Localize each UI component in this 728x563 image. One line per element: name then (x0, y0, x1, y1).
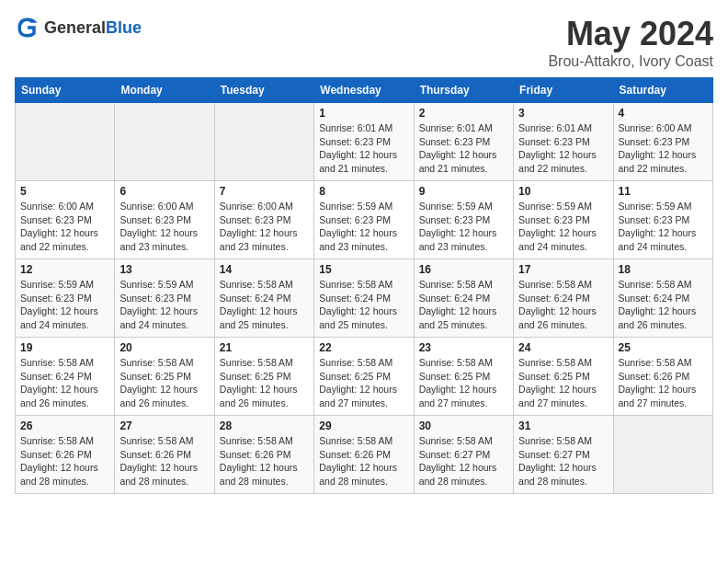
calendar-cell: 26Sunrise: 5:58 AM Sunset: 6:26 PM Dayli… (16, 416, 115, 494)
calendar-table: SundayMondayTuesdayWednesdayThursdayFrid… (15, 77, 713, 494)
day-info: Sunrise: 6:00 AM Sunset: 6:23 PM Dayligh… (220, 200, 309, 254)
day-info: Sunrise: 6:00 AM Sunset: 6:23 PM Dayligh… (619, 121, 708, 176)
calendar-cell: 16Sunrise: 5:58 AM Sunset: 6:24 PM Dayli… (414, 259, 513, 338)
calendar-cell: 12Sunrise: 5:59 AM Sunset: 6:23 PM Dayli… (16, 259, 115, 338)
weekday-header-monday: Monday (115, 78, 214, 103)
calendar-cell: 6Sunrise: 6:00 AM Sunset: 6:23 PM Daylig… (115, 181, 214, 259)
day-number: 29 (319, 419, 408, 432)
calendar-cell: 18Sunrise: 5:58 AM Sunset: 6:24 PM Dayli… (613, 259, 712, 338)
calendar-cell: 3Sunrise: 6:01 AM Sunset: 6:23 PM Daylig… (514, 103, 613, 181)
day-number: 28 (220, 419, 309, 432)
calendar-cell (16, 103, 115, 181)
day-info: Sunrise: 5:58 AM Sunset: 6:25 PM Dayligh… (119, 356, 209, 410)
day-number: 27 (119, 419, 209, 432)
day-number: 10 (518, 185, 608, 198)
day-number: 7 (220, 185, 309, 198)
day-number: 6 (119, 185, 209, 198)
calendar-cell: 11Sunrise: 5:59 AM Sunset: 6:23 PM Dayli… (613, 181, 712, 259)
day-info: Sunrise: 5:58 AM Sunset: 6:24 PM Dayligh… (220, 278, 309, 332)
day-info: Sunrise: 5:59 AM Sunset: 6:23 PM Dayligh… (119, 278, 209, 332)
calendar-cell: 28Sunrise: 5:58 AM Sunset: 6:26 PM Dayli… (214, 416, 313, 494)
weekday-header-friday: Friday (514, 78, 613, 103)
weekday-header-sunday: Sunday (16, 78, 115, 103)
calendar-cell: 24Sunrise: 5:58 AM Sunset: 6:25 PM Dayli… (514, 338, 613, 416)
day-number: 15 (319, 263, 408, 276)
day-info: Sunrise: 6:01 AM Sunset: 6:23 PM Dayligh… (419, 121, 508, 176)
day-info: Sunrise: 5:58 AM Sunset: 6:25 PM Dayligh… (319, 356, 408, 410)
month-title: May 2024 (548, 15, 713, 53)
day-info: Sunrise: 5:58 AM Sunset: 6:24 PM Dayligh… (619, 278, 708, 332)
calendar-week-1: 1Sunrise: 6:01 AM Sunset: 6:23 PM Daylig… (16, 103, 713, 181)
calendar-cell: 14Sunrise: 5:58 AM Sunset: 6:24 PM Dayli… (214, 259, 313, 338)
day-info: Sunrise: 5:58 AM Sunset: 6:25 PM Dayligh… (518, 356, 608, 410)
day-number: 16 (419, 263, 508, 276)
day-info: Sunrise: 6:00 AM Sunset: 6:23 PM Dayligh… (20, 200, 109, 254)
weekday-header-row: SundayMondayTuesdayWednesdayThursdayFrid… (16, 78, 713, 103)
day-number: 30 (419, 419, 508, 432)
day-number: 14 (220, 263, 309, 276)
day-number: 18 (619, 263, 708, 276)
calendar-cell: 10Sunrise: 5:59 AM Sunset: 6:23 PM Dayli… (514, 181, 613, 259)
day-info: Sunrise: 5:59 AM Sunset: 6:23 PM Dayligh… (619, 200, 708, 254)
day-info: Sunrise: 5:58 AM Sunset: 6:25 PM Dayligh… (419, 356, 508, 410)
day-info: Sunrise: 5:59 AM Sunset: 6:23 PM Dayligh… (319, 200, 408, 254)
calendar-cell (214, 103, 313, 181)
logo: GeneralBlue (15, 15, 142, 40)
day-info: Sunrise: 5:58 AM Sunset: 6:25 PM Dayligh… (220, 356, 309, 410)
calendar-week-2: 5Sunrise: 6:00 AM Sunset: 6:23 PM Daylig… (16, 181, 713, 259)
day-info: Sunrise: 6:00 AM Sunset: 6:23 PM Dayligh… (119, 200, 209, 254)
day-info: Sunrise: 5:58 AM Sunset: 6:27 PM Dayligh… (518, 434, 608, 488)
calendar-cell: 7Sunrise: 6:00 AM Sunset: 6:23 PM Daylig… (214, 181, 313, 259)
calendar-cell: 1Sunrise: 6:01 AM Sunset: 6:23 PM Daylig… (314, 103, 414, 181)
day-number: 17 (518, 263, 608, 276)
day-number: 9 (419, 185, 508, 198)
day-number: 8 (319, 185, 408, 198)
weekday-header-thursday: Thursday (414, 78, 513, 103)
day-info: Sunrise: 5:59 AM Sunset: 6:23 PM Dayligh… (20, 278, 109, 332)
day-info: Sunrise: 5:58 AM Sunset: 6:24 PM Dayligh… (419, 278, 508, 332)
calendar-body: 1Sunrise: 6:01 AM Sunset: 6:23 PM Daylig… (16, 103, 713, 494)
day-info: Sunrise: 5:58 AM Sunset: 6:27 PM Dayligh… (419, 434, 508, 488)
day-number: 22 (319, 341, 408, 354)
day-number: 4 (619, 107, 708, 120)
day-number: 31 (518, 419, 608, 432)
day-info: Sunrise: 6:01 AM Sunset: 6:23 PM Dayligh… (319, 121, 408, 176)
calendar-cell: 23Sunrise: 5:58 AM Sunset: 6:25 PM Dayli… (414, 338, 513, 416)
logo-general-text: General (44, 18, 106, 37)
calendar-cell (115, 103, 214, 181)
day-number: 25 (619, 341, 708, 354)
location-title: Brou-Attakro, Ivory Coast (548, 53, 713, 70)
day-info: Sunrise: 5:58 AM Sunset: 6:26 PM Dayligh… (319, 434, 408, 488)
day-number: 24 (518, 341, 608, 354)
day-number: 2 (419, 107, 508, 120)
calendar-cell: 2Sunrise: 6:01 AM Sunset: 6:23 PM Daylig… (414, 103, 513, 181)
calendar-cell: 20Sunrise: 5:58 AM Sunset: 6:25 PM Dayli… (115, 338, 214, 416)
calendar-cell: 30Sunrise: 5:58 AM Sunset: 6:27 PM Dayli… (414, 416, 513, 494)
calendar-cell: 15Sunrise: 5:58 AM Sunset: 6:24 PM Dayli… (314, 259, 414, 338)
day-info: Sunrise: 5:58 AM Sunset: 6:26 PM Dayligh… (20, 434, 109, 488)
day-info: Sunrise: 6:01 AM Sunset: 6:23 PM Dayligh… (518, 121, 608, 176)
calendar-cell: 22Sunrise: 5:58 AM Sunset: 6:25 PM Dayli… (314, 338, 414, 416)
calendar-cell: 29Sunrise: 5:58 AM Sunset: 6:26 PM Dayli… (314, 416, 414, 494)
day-number: 12 (20, 263, 109, 276)
calendar-week-4: 19Sunrise: 5:58 AM Sunset: 6:24 PM Dayli… (16, 338, 713, 416)
calendar-cell: 8Sunrise: 5:59 AM Sunset: 6:23 PM Daylig… (314, 181, 414, 259)
day-number: 26 (20, 419, 109, 432)
calendar-cell: 9Sunrise: 5:59 AM Sunset: 6:23 PM Daylig… (414, 181, 513, 259)
calendar-cell: 13Sunrise: 5:59 AM Sunset: 6:23 PM Dayli… (115, 259, 214, 338)
weekday-header-wednesday: Wednesday (314, 78, 414, 103)
day-number: 21 (220, 341, 309, 354)
day-info: Sunrise: 5:58 AM Sunset: 6:26 PM Dayligh… (119, 434, 209, 488)
day-number: 11 (619, 185, 708, 198)
calendar-cell: 25Sunrise: 5:58 AM Sunset: 6:26 PM Dayli… (613, 338, 712, 416)
day-number: 20 (119, 341, 209, 354)
day-info: Sunrise: 5:59 AM Sunset: 6:23 PM Dayligh… (518, 200, 608, 254)
title-block: May 2024 Brou-Attakro, Ivory Coast (548, 15, 713, 70)
calendar-cell: 4Sunrise: 6:00 AM Sunset: 6:23 PM Daylig… (613, 103, 712, 181)
day-number: 3 (518, 107, 608, 120)
day-number: 5 (20, 185, 109, 198)
logo-blue-text: Blue (106, 18, 142, 37)
day-info: Sunrise: 5:59 AM Sunset: 6:23 PM Dayligh… (419, 200, 508, 254)
calendar-cell: 17Sunrise: 5:58 AM Sunset: 6:24 PM Dayli… (514, 259, 613, 338)
page-header: GeneralBlue May 2024 Brou-Attakro, Ivory… (15, 15, 713, 70)
